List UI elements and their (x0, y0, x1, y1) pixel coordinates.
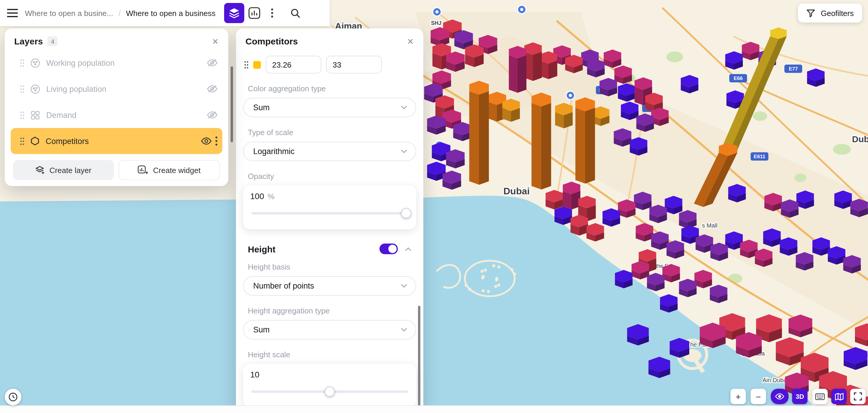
hexagon-extrusion (565, 55, 583, 73)
hexagon-extrusion (812, 237, 830, 256)
hexagon-extrusion (843, 255, 861, 274)
hexagon-extrusion (666, 240, 684, 259)
layer-row-working-population[interactable]: Working population (5, 50, 228, 76)
layer-row-competitors[interactable]: Competitors (11, 128, 222, 154)
hexagon-extrusion (570, 215, 588, 235)
hexagon-extrusion (700, 323, 726, 348)
clock-icon (8, 392, 18, 402)
3d-mode-button[interactable]: 3D (792, 389, 808, 404)
layers-count-badge: 4 (48, 36, 58, 46)
history-button[interactable] (5, 389, 21, 405)
layer-label: Living population (46, 85, 201, 93)
grid-layer-icon (30, 110, 40, 120)
zoom-in-button[interactable]: + (731, 389, 746, 404)
chevron-up-icon[interactable] (405, 247, 411, 251)
hexagon-extrusion (651, 231, 669, 250)
3d-label: 3D (796, 393, 804, 400)
search-button[interactable] (285, 3, 306, 23)
layer-row-living-population[interactable]: Living population (5, 76, 228, 102)
layers-icon (228, 8, 239, 19)
hexagon-extrusion (555, 103, 572, 128)
hexagon-extrusion (796, 252, 813, 271)
eye-off-icon[interactable] (207, 85, 218, 93)
color-stop-from-input[interactable] (266, 56, 321, 73)
height-title: Height (248, 244, 372, 254)
create-layer-label: Create layer (50, 166, 92, 174)
scale-type-value: Logarithmic (253, 147, 295, 156)
hexagon-extrusion (850, 199, 868, 217)
hexagon-extrusion (788, 314, 812, 337)
hexagon-extrusion (524, 42, 541, 81)
drag-handle-icon[interactable] (20, 137, 24, 145)
color-stop-to-input[interactable] (326, 56, 382, 73)
hexagon-extrusion (618, 83, 635, 102)
slider-track[interactable] (251, 212, 408, 215)
fullscreen-button[interactable] (850, 389, 866, 404)
opacity-unit: % (268, 192, 275, 201)
hexagon-extrusion (465, 44, 484, 67)
hexagon-extrusion (446, 52, 465, 72)
slider-knob[interactable] (324, 387, 335, 397)
keyboard-icon (815, 393, 825, 400)
kebab-menu-icon[interactable] (215, 136, 218, 146)
close-icon[interactable]: ✕ (407, 37, 414, 45)
hexagon-extrusion (586, 223, 604, 242)
hexagon-extrusion (502, 99, 520, 122)
drag-handle-icon[interactable] (244, 61, 248, 68)
keyboard-shortcuts-button[interactable] (812, 389, 828, 404)
create-widget-icon (137, 165, 148, 175)
height-basis-select[interactable]: Number of points (243, 276, 416, 296)
hexagon-extrusion (855, 323, 868, 346)
color-stop-swatch[interactable] (253, 61, 261, 68)
widgets-button[interactable] (244, 3, 264, 23)
drag-handle-icon[interactable] (20, 59, 24, 67)
filter-funnel-icon (807, 9, 815, 18)
hexagon-extrusion (648, 357, 670, 378)
height-scale-slider[interactable] (250, 386, 409, 397)
hexagon-extrusion (844, 347, 867, 370)
basemap-button[interactable] (831, 389, 847, 404)
hamburger-menu-button[interactable] (0, 0, 25, 26)
height-toggle[interactable] (379, 244, 398, 254)
close-icon[interactable]: ✕ (212, 37, 219, 45)
drag-handle-icon[interactable] (20, 111, 24, 119)
hexagon-extrusion (621, 102, 638, 120)
hexagon-extrusion (614, 128, 631, 147)
slider-knob[interactable] (401, 208, 411, 218)
opacity-slider[interactable] (250, 208, 409, 219)
more-options-button[interactable] (264, 0, 280, 26)
height-aggregation-select[interactable]: Sum (243, 320, 416, 340)
hexagon-extrusion (725, 51, 743, 70)
drag-handle-icon[interactable] (20, 85, 24, 93)
layers-panel-header: Layers 4 ✕ (5, 28, 228, 50)
height-scale-control: 10 (243, 364, 416, 408)
layers-scrollbar[interactable] (230, 66, 233, 142)
eye-off-icon[interactable] (207, 111, 218, 119)
color-aggregation-select[interactable]: Sum (243, 98, 416, 117)
zoom-out-button[interactable]: − (751, 389, 766, 404)
eye-off-icon[interactable] (207, 59, 218, 67)
create-layer-button[interactable]: Create layer (13, 160, 114, 180)
create-widget-button[interactable]: Create widget (118, 160, 220, 180)
geofilters-button[interactable]: Geofilters (798, 4, 862, 23)
scale-type-select[interactable]: Logarithmic (243, 141, 416, 161)
hexagon-extrusion (670, 338, 689, 358)
eye-icon[interactable] (201, 137, 212, 145)
layer-row-demand[interactable]: Demand (5, 102, 228, 128)
hexagon-extrusion (443, 171, 461, 190)
hexagon-extrusion (539, 51, 557, 79)
layers-toggle-button[interactable] (224, 3, 244, 23)
plus-icon: + (736, 391, 741, 402)
hexagon-extrusion (796, 191, 814, 209)
hexagon-extrusion (587, 59, 604, 77)
breadcrumb-separator: / (119, 9, 121, 18)
hexagon-extrusion (649, 205, 667, 223)
breadcrumb-map-name[interactable]: Where to open a business (126, 9, 216, 18)
layer-style-panel: Competitors ✕ Color aggregation type Sum… (236, 28, 423, 412)
height-basis-value: Number of points (253, 282, 314, 290)
breadcrumb-project[interactable]: Where to open a busine... (25, 9, 113, 18)
style-panel-scrollbar[interactable] (418, 306, 421, 410)
hexagon-extrusion (618, 199, 635, 218)
visibility-button[interactable] (771, 389, 788, 404)
height-aggregation-label: Height aggregation type (248, 306, 411, 315)
